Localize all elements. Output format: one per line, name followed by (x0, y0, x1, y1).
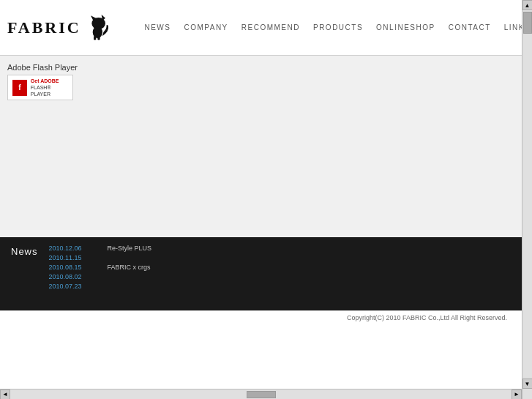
news-date-1: 2010.12.06 (49, 245, 97, 252)
copyright-text: Copyright(C) 2010 FABRIC Co.,Ltd All Rig… (347, 314, 507, 321)
news-date-4: 2010.08.02 (49, 273, 97, 280)
scroll-right-arrow[interactable]: ► (512, 389, 522, 400)
news-label: News (11, 245, 38, 290)
news-row-5: 2010.07.23 (49, 283, 152, 290)
cat-icon (85, 12, 114, 44)
scroll-thumb-v[interactable] (523, 12, 532, 34)
flash-badge[interactable]: f Get ADOBE FLASH® PLAYER (7, 75, 73, 100)
main-content: Adobe Flash Player f Get ADOBE FLASH® PL… (0, 56, 522, 237)
nav-item-contact[interactable]: CONTACT (449, 23, 491, 31)
nav-item-onlineshop[interactable]: ONLINESHOP (376, 23, 435, 31)
nav-item-news[interactable]: NEWS (144, 23, 171, 31)
scroll-down-arrow[interactable]: ▼ (522, 379, 533, 389)
flash-icon: f (12, 80, 27, 96)
scroll-thumb-h[interactable] (247, 391, 276, 398)
flash-text: Get ADOBE FLASH® PLAYER (31, 78, 68, 97)
news-date-3: 2010.08.15 (49, 264, 97, 271)
news-row-1: 2010.12.06 Re-Style PLUS (49, 245, 152, 252)
header: FABRIC (0, 0, 532, 56)
logo-area: FABRIC (7, 12, 139, 44)
scroll-track-h[interactable] (10, 389, 512, 400)
news-row-4: 2010.08.02 (49, 273, 152, 280)
nav-item-company[interactable]: COMPANY (184, 23, 228, 31)
news-title-1: Re-Style PLUS (108, 245, 152, 252)
scroll-left-arrow[interactable]: ◄ (0, 389, 10, 400)
logo-text: FABRIC (7, 18, 81, 37)
scrollbar-bottom[interactable]: ◄ ► (0, 389, 522, 399)
copyright-bar: Copyright(C) 2010 FABRIC Co.,Ltd All Rig… (0, 310, 522, 324)
news-date-2: 2010.11.15 (49, 254, 97, 261)
svg-rect-5 (97, 36, 100, 40)
news-title-3: FABRIC x crgs (108, 264, 151, 271)
nav-item-products[interactable]: PRODUCTS (313, 23, 363, 31)
scrollbar-right[interactable]: ▲ ▼ (522, 0, 532, 399)
flash-notice: Adobe Flash Player f Get ADOBE FLASH® PL… (7, 63, 78, 100)
news-section: News 2010.12.06 Re-Style PLUS 2010.11.15… (11, 245, 511, 290)
news-list: 2010.12.06 Re-Style PLUS 2010.11.15 2010… (49, 245, 152, 290)
svg-rect-4 (94, 36, 96, 40)
news-row-2: 2010.11.15 (49, 254, 152, 261)
news-footer: News 2010.12.06 Re-Style PLUS 2010.11.15… (0, 237, 522, 310)
flash-title: Adobe Flash Player (7, 63, 78, 72)
main-nav: NEWS COMPANY RECOMMEND PRODUCTS ONLINESH… (144, 23, 525, 31)
scroll-up-arrow[interactable]: ▲ (522, 0, 533, 10)
news-date-5: 2010.07.23 (49, 283, 97, 290)
nav-item-recommend[interactable]: RECOMMEND (241, 23, 300, 31)
news-row-3: 2010.08.15 FABRIC x crgs (49, 264, 152, 271)
